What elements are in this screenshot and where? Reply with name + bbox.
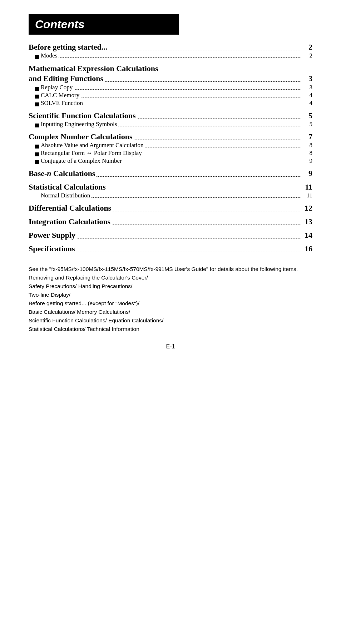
sub-label: Normal Distribution — [41, 192, 90, 199]
toc-container: Before getting started... 2 Modes 2 Math… — [29, 42, 312, 253]
contents-header: Contents — [29, 14, 312, 42]
footnote-line-2: Removing and Replacing the Calculator's … — [29, 273, 312, 282]
toc-main-row: Base-n Calculations 9 — [29, 169, 312, 178]
toc-num: 13 — [302, 217, 312, 226]
footnote-block: See the "fx-95MS/fx-100MS/fx-115MS/fx-57… — [29, 265, 312, 333]
toc-sub-calc: CALC Memory 4 — [35, 92, 312, 99]
bullet-square-icon — [35, 95, 39, 99]
sub-label: Rectangular Form ↔ Polar Form Display — [41, 150, 142, 157]
toc-entry-base-n: Base-n Calculations 9 — [29, 169, 312, 178]
sub-label: SOLVE Function — [41, 100, 83, 107]
toc-dots — [97, 176, 301, 177]
toc-label: Power Supply — [29, 231, 75, 240]
toc-dots — [137, 119, 301, 119]
sub-dots — [143, 155, 301, 155]
footnote-line-4: Two-line Display/ — [29, 291, 312, 299]
toc-num: 12 — [302, 203, 312, 213]
toc-main-row: Scientific Function Calculations 5 — [29, 111, 312, 120]
bullet-square-icon — [35, 124, 39, 127]
toc-num: 9 — [302, 169, 312, 178]
toc-num: 16 — [302, 244, 312, 253]
sub-dots — [123, 163, 301, 163]
footnote-line-3: Safety Precautions/ Handling Precautions… — [29, 282, 312, 291]
toc-entry-integration: Integration Calculations 13 — [29, 217, 312, 226]
sub-label: Conjugate of a Complex Number — [41, 157, 122, 165]
toc-label: Before getting started... — [29, 42, 107, 52]
bullet-square-icon — [35, 87, 39, 91]
toc-main-row: Integration Calculations 13 — [29, 217, 312, 226]
toc-main-row: Power Supply 14 — [29, 231, 312, 240]
footnote-line-1: See the "fx-95MS/fx-100MS/fx-115MS/fx-57… — [29, 265, 312, 273]
page-number: E-1 — [29, 343, 312, 350]
sub-num: 9 — [302, 157, 312, 165]
toc-dots — [107, 190, 301, 190]
toc-dots — [109, 50, 301, 50]
toc-entry-complex: Complex Number Calculations 7 Absolute V… — [29, 132, 312, 165]
toc-dots — [105, 81, 301, 82]
sub-dots — [118, 126, 301, 126]
sub-dots — [145, 147, 301, 147]
toc-num: 3 — [302, 74, 312, 84]
bullet-square-icon — [35, 55, 39, 59]
sub-num: 8 — [302, 142, 312, 149]
toc-sub-absolute: Absolute Value and Argument Calculation … — [35, 142, 312, 149]
toc-label: Specifications — [29, 244, 75, 253]
footnote-line-6: Basic Calculations/ Memory Calculations/ — [29, 308, 312, 316]
sub-dots — [59, 57, 301, 58]
toc-dots — [113, 211, 301, 211]
toc-entry-before-getting-started: Before getting started... 2 Modes 2 — [29, 42, 312, 59]
toc-main-row: Statistical Calculations 11 — [29, 182, 312, 192]
sub-num: 11 — [302, 192, 312, 199]
toc-main-row: Before getting started... 2 — [29, 42, 312, 52]
toc-main-multiline: Mathematical Expression Calculations and… — [29, 64, 312, 83]
toc-sub-solve: SOLVE Function 4 — [35, 100, 312, 107]
toc-num: 2 — [302, 42, 312, 52]
toc-sub-modes: Modes 2 — [35, 52, 312, 59]
sub-num: 8 — [302, 150, 312, 157]
sub-num: 5 — [302, 121, 312, 128]
toc-main-row: Specifications 16 — [29, 244, 312, 253]
sub-num: 4 — [302, 100, 312, 107]
toc-dots — [76, 252, 301, 252]
toc-dots — [77, 238, 301, 238]
toc-num: 5 — [302, 111, 312, 120]
toc-label: Statistical Calculations — [29, 182, 106, 192]
toc-label: Integration Calculations — [29, 217, 110, 226]
sub-label: Modes — [41, 52, 57, 59]
sub-dots — [84, 105, 301, 105]
toc-dots — [112, 225, 301, 225]
bullet-square-icon — [35, 152, 39, 156]
sub-label: Replay Copy — [41, 84, 73, 91]
footnote-line-5: Before getting started... (except for "M… — [29, 299, 312, 308]
toc-sub-conjugate: Conjugate of a Complex Number 9 — [35, 157, 312, 165]
toc-num: 14 — [302, 231, 312, 240]
toc-entry-statistical: Statistical Calculations 11 Normal Distr… — [29, 182, 312, 199]
footnote-line-8: Statistical Calculations/ Technical Info… — [29, 325, 312, 333]
sub-dots — [74, 89, 301, 90]
toc-sub-normal: Normal Distribution 11 — [35, 192, 312, 199]
toc-label: Scientific Function Calculations — [29, 111, 135, 120]
bullet-square-icon — [35, 160, 39, 164]
header-title: Contents — [29, 14, 179, 35]
toc-label: Complex Number Calculations — [29, 132, 133, 141]
toc-entry-power: Power Supply 14 — [29, 231, 312, 240]
toc-line1: Mathematical Expression Calculations — [29, 64, 312, 74]
sub-num: 3 — [302, 84, 312, 91]
toc-main-row: Differential Calculations 12 — [29, 203, 312, 213]
sub-label: Absolute Value and Argument Calculation — [41, 142, 143, 149]
toc-dots — [134, 140, 301, 140]
toc-label2: and Editing Functions — [29, 74, 103, 84]
bullet-square-icon — [35, 102, 39, 106]
sub-label: CALC Memory — [41, 92, 79, 99]
toc-sub-engineering: Inputting Engineering Symbols 5 — [35, 121, 312, 128]
sub-num: 2 — [302, 52, 312, 59]
bullet-square-icon — [35, 145, 39, 149]
sub-dots — [92, 197, 301, 198]
toc-num: 7 — [302, 132, 312, 141]
toc-label: Differential Calculations — [29, 203, 111, 213]
sub-num: 4 — [302, 92, 312, 99]
sub-label: Inputting Engineering Symbols — [41, 121, 117, 128]
sub-dots — [81, 97, 301, 97]
toc-entry-scientific: Scientific Function Calculations 5 Input… — [29, 111, 312, 128]
toc-num: 11 — [302, 182, 312, 192]
